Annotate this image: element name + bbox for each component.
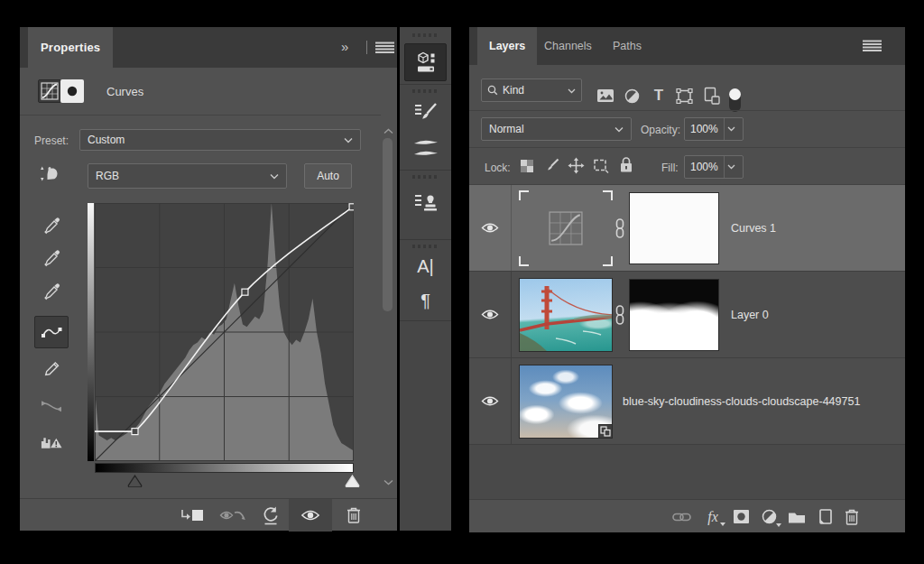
visibility-toggle[interactable] bbox=[469, 185, 512, 271]
dock-character-button[interactable]: A| bbox=[400, 253, 451, 280]
filter-toggle-switch[interactable] bbox=[729, 89, 741, 112]
black-point-eyedropper-icon[interactable] bbox=[40, 214, 63, 237]
layer-thumbnail-clouds[interactable] bbox=[519, 365, 613, 439]
chevron-down-icon bbox=[568, 84, 576, 97]
layers-bottom-bar: fx bbox=[469, 499, 905, 532]
panel-menu-icon[interactable] bbox=[375, 42, 394, 57]
targeted-adjustment-icon[interactable] bbox=[36, 164, 58, 190]
layer-row-background[interactable]: blue-sky-cloudiness-clouds-cloudscape-44… bbox=[469, 358, 905, 445]
visibility-toggle[interactable] bbox=[469, 272, 512, 357]
layers-menu-icon[interactable] bbox=[863, 40, 882, 55]
dock-properties-button[interactable] bbox=[404, 43, 447, 81]
highlight-input-slider[interactable] bbox=[345, 475, 360, 487]
panel-dock-strip: A| ¶ bbox=[400, 27, 451, 531]
lock-position-icon[interactable] bbox=[568, 157, 585, 174]
selection-bracket bbox=[603, 190, 613, 200]
filter-smart-objects-icon[interactable] bbox=[704, 87, 720, 105]
blend-mode-dropdown[interactable]: Normal bbox=[481, 117, 632, 141]
chevron-down-icon[interactable] bbox=[724, 156, 739, 178]
curves-plot-area[interactable] bbox=[88, 203, 354, 461]
paragraph-panel-icon: ¶ bbox=[420, 291, 430, 311]
clip-to-layer-icon[interactable] bbox=[175, 499, 209, 532]
curves-chart[interactable] bbox=[95, 203, 354, 461]
channel-dropdown[interactable]: RGB bbox=[88, 163, 287, 189]
layer-row-layer-0[interactable]: Layer 0 bbox=[469, 272, 905, 358]
filter-type-layers-icon[interactable]: T bbox=[651, 87, 667, 105]
layer-row-curves-1[interactable]: Curves 1 bbox=[469, 185, 905, 272]
fill-input[interactable]: 100% bbox=[684, 155, 744, 179]
selection-bracket bbox=[519, 190, 529, 200]
curve-point-handle[interactable] bbox=[132, 429, 138, 435]
lock-image-pixels-icon[interactable] bbox=[544, 158, 559, 173]
curve-point-handle[interactable] bbox=[349, 204, 354, 210]
toggle-visibility-button[interactable] bbox=[289, 499, 332, 532]
lock-transparent-pixels-icon[interactable] bbox=[520, 159, 534, 173]
dock-clone-source-button[interactable] bbox=[400, 188, 451, 220]
add-layer-mask-icon[interactable] bbox=[729, 500, 753, 533]
preset-dropdown[interactable]: Custom bbox=[79, 129, 361, 151]
view-previous-state-icon[interactable] bbox=[217, 499, 249, 532]
chevron-down-icon bbox=[614, 123, 624, 135]
lock-all-icon[interactable] bbox=[619, 156, 633, 173]
lock-label: Lock: bbox=[485, 162, 511, 174]
dock-brush-settings-button[interactable] bbox=[400, 99, 451, 128]
curves-adjustment-icon[interactable] bbox=[38, 79, 61, 103]
chevron-down-icon[interactable] bbox=[724, 118, 739, 140]
brush-settings-icon bbox=[413, 102, 439, 125]
delete-adjustment-icon[interactable] bbox=[337, 499, 370, 532]
curve-point-handle[interactable] bbox=[242, 289, 248, 295]
histogram-warning-icon[interactable] bbox=[40, 430, 63, 453]
filter-shape-layers-icon[interactable] bbox=[676, 88, 693, 104]
new-group-icon[interactable] bbox=[785, 500, 808, 533]
tab-layers[interactable]: Layers bbox=[477, 27, 537, 65]
reset-adjustment-icon[interactable] bbox=[256, 499, 285, 532]
adjustment-thumbnail[interactable] bbox=[519, 190, 613, 266]
preset-value: Custom bbox=[88, 134, 125, 146]
link-layers-icon[interactable] bbox=[670, 500, 693, 533]
layer-style-fx-icon[interactable]: fx bbox=[700, 500, 725, 533]
mask-link-icon[interactable] bbox=[614, 218, 626, 241]
tab-channels[interactable]: Channels bbox=[532, 27, 604, 65]
opacity-input[interactable]: 100% bbox=[684, 117, 744, 141]
tab-paths[interactable]: Paths bbox=[601, 27, 653, 65]
smooth-curve-icon[interactable] bbox=[40, 394, 63, 418]
dock-grip bbox=[412, 245, 439, 248]
layer-mask-thumbnail[interactable] bbox=[629, 279, 719, 351]
tab-properties[interactable]: Properties bbox=[28, 27, 113, 68]
filter-kind-dropdown[interactable]: Kind bbox=[481, 79, 582, 102]
chevron-down-icon bbox=[270, 170, 279, 182]
properties-scrollbar[interactable] bbox=[380, 69, 395, 497]
dock-brushes-button[interactable] bbox=[400, 134, 451, 164]
opacity-value: 100% bbox=[685, 123, 724, 135]
collapse-panel-button[interactable]: » bbox=[341, 39, 346, 54]
properties-cube-icon bbox=[413, 50, 439, 75]
visibility-toggle[interactable] bbox=[469, 358, 512, 444]
shadow-input-slider[interactable] bbox=[127, 475, 143, 487]
dock-paragraph-button[interactable]: ¶ bbox=[400, 287, 451, 314]
lock-artboard-icon[interactable] bbox=[592, 158, 609, 173]
eye-icon bbox=[481, 309, 499, 320]
draw-curve-pencil-icon[interactable] bbox=[40, 356, 63, 380]
delete-layer-icon[interactable] bbox=[839, 500, 864, 533]
layer-name[interactable]: Layer 0 bbox=[731, 272, 769, 357]
scroll-up-icon[interactable] bbox=[383, 125, 393, 137]
filter-adjustment-layers-icon[interactable] bbox=[624, 88, 640, 104]
layer-thumbnail-golden-gate[interactable] bbox=[519, 278, 613, 352]
white-point-eyedropper-icon[interactable] bbox=[40, 280, 63, 303]
scrollbar-thumb[interactable] bbox=[383, 138, 393, 311]
auto-button[interactable]: Auto bbox=[304, 163, 352, 189]
photoshop-workspace: { "properties": { "tab_label": "Properti… bbox=[0, 0, 924, 564]
scroll-down-icon[interactable] bbox=[383, 476, 393, 488]
layer-mask-icon[interactable] bbox=[60, 79, 84, 103]
mask-link-icon[interactable] bbox=[614, 305, 626, 328]
gray-point-eyedropper-icon[interactable] bbox=[40, 246, 63, 270]
layer-name[interactable]: blue-sky-cloudiness-clouds-cloudscape-44… bbox=[623, 358, 860, 444]
tabbar-divider bbox=[366, 41, 367, 54]
brushes-icon bbox=[412, 137, 439, 161]
new-adjustment-layer-icon[interactable] bbox=[756, 500, 781, 533]
layer-mask-thumbnail[interactable] bbox=[629, 192, 719, 264]
edit-points-tool[interactable] bbox=[34, 316, 69, 348]
filter-pixel-layers-icon[interactable] bbox=[596, 88, 614, 103]
layer-name[interactable]: Curves 1 bbox=[731, 185, 776, 271]
new-layer-icon[interactable] bbox=[813, 500, 836, 533]
